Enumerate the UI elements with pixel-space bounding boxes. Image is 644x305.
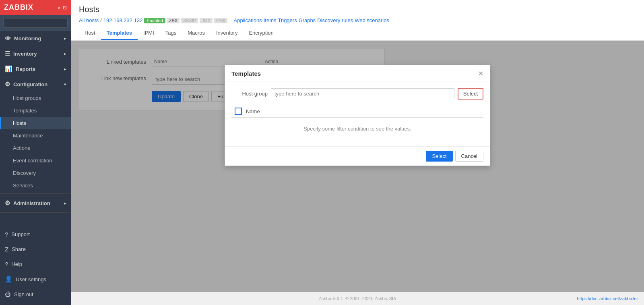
administration-icon: ⚙ xyxy=(5,199,10,207)
modal-title: Templates xyxy=(231,70,261,77)
footer-text: Zabbix 5.0.1. © 2001–2020, Zabbix SIA xyxy=(319,296,396,301)
sidebar-item-help[interactable]: ? Help xyxy=(0,257,71,272)
sidebar-item-user-settings[interactable]: 👤 User settings xyxy=(0,272,71,287)
sidebar-section-administration[interactable]: ⚙ Administration ▸ xyxy=(0,195,71,211)
tag-snmp: SNMP xyxy=(181,18,198,23)
sidebar-divider-1 xyxy=(0,193,71,194)
support-icon: ? xyxy=(5,231,8,238)
nav-discovery-rules[interactable]: Discovery rules xyxy=(317,17,353,23)
share-icon: Z xyxy=(5,246,8,253)
nav-web-scenarios[interactable]: Web scenarios xyxy=(355,17,389,23)
tabs: Host Templates IPMI Tags Macros Inventor… xyxy=(79,27,636,40)
sidebar-section-configuration-label: Configuration xyxy=(13,81,47,87)
reports-icon: 📊 xyxy=(5,65,12,73)
sidebar-section-monitoring[interactable]: 👁 Monitoring ▸ xyxy=(0,31,71,46)
modal-header: Templates ✕ xyxy=(225,65,490,81)
modal-select-all-checkbox[interactable] xyxy=(235,108,242,115)
administration-arrow: ▸ xyxy=(64,201,66,205)
page-footer: Zabbix 5.0.1. © 2001–2020, Zabbix SIA ht… xyxy=(71,292,644,305)
modal-select-button[interactable]: Select xyxy=(426,151,452,162)
sidebar-section-reports-label: Reports xyxy=(16,66,35,72)
tag-zbx: ZBX xyxy=(167,18,180,23)
sidebar-section-administration-label: Administration xyxy=(13,200,50,206)
tab-macros[interactable]: Macros xyxy=(182,27,211,40)
breadcrumb-separator: / xyxy=(100,17,102,23)
sidebar-section-inventory-label: Inventory xyxy=(13,51,37,57)
tag-jmx: JMX xyxy=(200,18,213,23)
modal-host-group-select-button[interactable]: Select xyxy=(458,88,483,100)
configuration-icon: ⚙ xyxy=(5,81,10,88)
collapse-icon[interactable]: « xyxy=(58,5,60,10)
sidebar-item-host-groups[interactable]: Host groups xyxy=(0,92,71,104)
sidebar-search-container xyxy=(0,15,71,31)
sidebar-search-input[interactable] xyxy=(3,18,68,28)
sidebar-divider-2 xyxy=(0,212,71,213)
modal-table-header: Name xyxy=(231,105,483,118)
sidebar-section-reports[interactable]: 📊 Reports ▸ xyxy=(0,61,71,77)
footer-link[interactable]: https://doc.zabbix.net/zabbix/el xyxy=(577,296,638,301)
sidebar-item-hosts[interactable]: Hosts xyxy=(0,117,71,129)
tab-templates[interactable]: Templates xyxy=(101,27,138,40)
sidebar-bottom: ? Support Z Share ? Help 👤 User settings… xyxy=(0,227,71,305)
resize-icon[interactable]: ⊡ xyxy=(63,5,67,10)
monitoring-icon: 👁 xyxy=(5,35,11,42)
status-badge: Enabled xyxy=(144,18,165,23)
sidebar-item-support[interactable]: ? Support xyxy=(0,227,71,242)
help-icon: ? xyxy=(5,261,8,268)
tab-inventory[interactable]: Inventory xyxy=(211,27,243,40)
templates-modal: Templates ✕ Host group Select Name Speci… xyxy=(225,65,490,166)
modal-close-button[interactable]: ✕ xyxy=(478,71,483,77)
modal-host-group-input[interactable] xyxy=(271,88,454,99)
nav-graphs[interactable]: Graphs xyxy=(299,17,316,23)
sidebar-item-templates[interactable]: Templates xyxy=(0,104,71,117)
nav-triggers[interactable]: Triggers xyxy=(278,17,297,23)
sidebar-item-discovery[interactable]: Discovery xyxy=(0,167,71,179)
sidebar-item-share[interactable]: Z Share xyxy=(0,242,71,257)
logo-text: ZABBIX xyxy=(4,3,33,12)
sidebar-logo: ZABBIX « ⊡ xyxy=(0,0,71,15)
configuration-arrow: ▾ xyxy=(64,82,66,87)
user-settings-icon: 👤 xyxy=(5,276,12,283)
monitoring-arrow: ▸ xyxy=(64,36,66,41)
sidebar-item-event-correlation[interactable]: Event correlation xyxy=(0,154,71,167)
modal-empty-message: Specify some filter condition to see the… xyxy=(231,118,483,140)
tab-ipmi[interactable]: IPMI xyxy=(138,27,160,40)
breadcrumb: All hosts / 192.168.232.132 Enabled ZBX … xyxy=(79,17,636,23)
logo-controls: « ⊡ xyxy=(58,5,67,10)
breadcrumb-all-hosts[interactable]: All hosts xyxy=(79,17,99,23)
breadcrumb-ip[interactable]: 192.168.232.132 xyxy=(103,17,143,23)
reports-arrow: ▸ xyxy=(64,67,66,71)
sidebar: ZABBIX « ⊡ 👁 Monitoring ▸ ☰ Inventory ▸ … xyxy=(0,0,71,305)
main-header: Hosts All hosts / 192.168.232.132 Enable… xyxy=(71,0,644,41)
modal-name-column-header: Name xyxy=(246,108,260,114)
tag-ipmi: IPMI xyxy=(214,18,227,23)
modal-host-group-row: Host group Select xyxy=(231,88,483,100)
nav-items[interactable]: Items xyxy=(264,17,277,23)
sidebar-section-inventory[interactable]: ☰ Inventory ▸ xyxy=(0,46,71,61)
sidebar-item-services[interactable]: Services xyxy=(0,179,71,192)
inventory-icon: ☰ xyxy=(5,50,10,57)
sidebar-section-configuration[interactable]: ⚙ Configuration ▾ xyxy=(0,77,71,92)
modal-footer: Select Cancel xyxy=(225,146,490,166)
tab-tags[interactable]: Tags xyxy=(160,27,182,40)
sidebar-item-maintenance[interactable]: Maintenance xyxy=(0,129,71,142)
inventory-arrow: ▸ xyxy=(64,52,66,56)
nav-applications[interactable]: Applications xyxy=(234,17,262,23)
tab-encryption[interactable]: Encryption xyxy=(243,27,279,40)
modal-body: Host group Select Name Specify some filt… xyxy=(225,81,490,146)
modal-cancel-button[interactable]: Cancel xyxy=(455,151,483,162)
sidebar-item-sign-out[interactable]: ⏻ Sign out xyxy=(0,287,71,302)
page-title: Hosts xyxy=(79,5,636,14)
sidebar-section-monitoring-label: Monitoring xyxy=(14,35,41,41)
sign-out-icon: ⏻ xyxy=(5,291,11,298)
content-area: Linked templates Name Action xyxy=(71,41,644,292)
tab-host[interactable]: Host xyxy=(79,27,101,40)
main-content: Hosts All hosts / 192.168.232.132 Enable… xyxy=(71,0,644,305)
sidebar-item-actions[interactable]: Actions xyxy=(0,142,71,154)
modal-host-group-label: Host group xyxy=(231,91,268,97)
modal-overlay: Templates ✕ Host group Select Name Speci… xyxy=(71,41,644,292)
